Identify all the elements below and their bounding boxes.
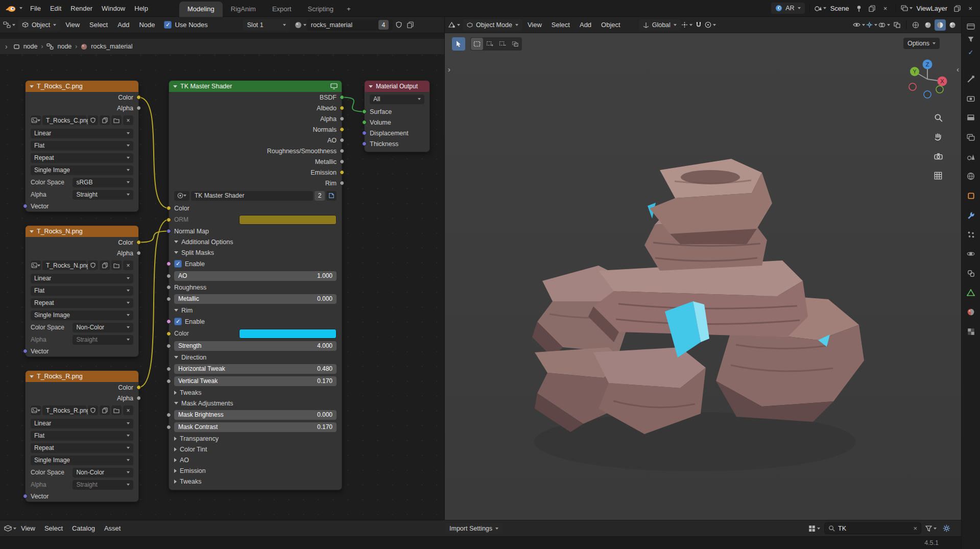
shader-type-select[interactable]: Object xyxy=(18,19,60,31)
projection-select[interactable]: Flat xyxy=(31,141,133,151)
new-image-button[interactable] xyxy=(100,260,110,270)
menu-object[interactable]: Object xyxy=(596,18,625,32)
camera-view-button[interactable] xyxy=(930,149,946,164)
breadcrumb-material[interactable]: rocks_material xyxy=(91,43,132,50)
section-tweaks-2[interactable]: Tweaks xyxy=(169,476,342,487)
vertical-tweak-socket[interactable] xyxy=(166,379,171,384)
new-view-layer-button[interactable] xyxy=(951,3,963,14)
filter-button[interactable] xyxy=(925,523,937,534)
perspective-toggle-button[interactable] xyxy=(930,168,946,183)
open-image-button[interactable] xyxy=(111,405,122,415)
enable-input-socket[interactable] xyxy=(166,261,171,266)
alpha-output-socket[interactable] xyxy=(340,116,344,121)
group-users-count[interactable]: 2 xyxy=(315,191,325,201)
collapse-icon[interactable] xyxy=(30,85,34,88)
color-output-socket[interactable] xyxy=(136,385,141,390)
overlays-button[interactable] xyxy=(878,19,890,31)
add-workspace-button[interactable]: + xyxy=(342,2,356,17)
rock-model[interactable] xyxy=(521,151,874,493)
new-image-button[interactable] xyxy=(100,115,110,125)
tab-particles[interactable] xyxy=(965,229,977,240)
fake-user-button[interactable] xyxy=(88,405,98,415)
rim-enable-input-socket[interactable] xyxy=(166,319,171,324)
tab-physics[interactable] xyxy=(965,248,977,259)
active-tool-button[interactable] xyxy=(452,37,465,51)
clear-search-button[interactable]: × xyxy=(913,524,917,532)
section-additional-options[interactable]: Additional Options xyxy=(169,236,342,247)
new-image-button[interactable] xyxy=(100,405,110,415)
tab-view-layer[interactable] xyxy=(965,132,977,143)
image-browse-button[interactable] xyxy=(31,260,41,270)
orm-swatch[interactable] xyxy=(239,215,337,225)
menu-view[interactable]: View xyxy=(523,18,546,32)
vector-input-socket[interactable] xyxy=(23,204,28,208)
tab-scene[interactable] xyxy=(965,151,977,162)
view-layer-name[interactable]: ViewLayer xyxy=(915,5,949,12)
ao-slider[interactable]: AO1.000 xyxy=(174,271,337,281)
editor-type-button[interactable] xyxy=(448,19,460,31)
tab-texture[interactable] xyxy=(965,326,977,337)
material-users-count[interactable]: 4 xyxy=(378,20,389,30)
visibility-button[interactable] xyxy=(853,19,865,31)
breadcrumb-nodetree[interactable]: node xyxy=(57,43,71,50)
image-name-field[interactable]: T_Rocks_C.png xyxy=(42,115,86,125)
outliner-visibility-button[interactable]: ✓ xyxy=(968,49,974,56)
section-mask-adjustments[interactable]: Mask Adjustments xyxy=(169,398,342,409)
tab-render[interactable] xyxy=(965,93,977,104)
image-texture-node[interactable]: T_Rocks_C.png Color Alpha T_Rocks_C.png … xyxy=(25,80,139,212)
bsdf-output-socket[interactable] xyxy=(340,95,344,100)
roughness-output-socket[interactable] xyxy=(340,149,344,153)
new-scene-button[interactable] xyxy=(867,3,878,14)
tab-world[interactable] xyxy=(965,171,977,182)
editor-menu-button[interactable] xyxy=(967,23,975,30)
interpolation-select[interactable]: Linear xyxy=(31,419,133,428)
tab-export[interactable]: Export xyxy=(264,2,300,17)
outliner-filter-button[interactable] xyxy=(967,36,974,42)
collapse-icon[interactable] xyxy=(30,375,34,378)
output-target-select[interactable]: All xyxy=(370,94,424,104)
select-mode-subtract-button[interactable] xyxy=(496,38,509,50)
menu-node[interactable]: Node xyxy=(134,18,159,32)
move-view-button[interactable] xyxy=(930,129,946,145)
menu-window[interactable]: Window xyxy=(97,2,130,15)
breadcrumb-object[interactable]: node xyxy=(23,43,38,50)
roughness-input-socket[interactable] xyxy=(166,285,171,290)
open-image-button[interactable] xyxy=(111,260,122,270)
interpolation-select[interactable]: Linear xyxy=(31,129,133,138)
tab-material[interactable] xyxy=(965,306,977,318)
mode-select[interactable]: Object Mode xyxy=(463,19,522,31)
mask-brightness-slider[interactable]: Mask Brightness0.000 xyxy=(174,410,337,420)
workspace-switch[interactable]: AR xyxy=(771,3,804,14)
scene-name[interactable]: Scene xyxy=(828,5,851,12)
orientation-gizmo[interactable]: Z Y X xyxy=(906,58,949,101)
fake-user-button[interactable] xyxy=(88,260,98,270)
section-transparency[interactable]: Transparency xyxy=(169,433,342,444)
color-space-select[interactable]: sRGB xyxy=(73,178,133,187)
section-emission[interactable]: Emission xyxy=(169,465,342,476)
use-nodes-toggle[interactable]: ✓ Use Nodes xyxy=(164,21,207,29)
normal-map-input-socket[interactable] xyxy=(166,229,171,233)
import-settings-select[interactable]: Import Settings xyxy=(445,523,503,534)
surface-input-socket[interactable] xyxy=(362,109,367,114)
enable-checkbox[interactable]: ✓ xyxy=(174,260,182,268)
snap-toggle[interactable] xyxy=(693,19,704,31)
tab-modeling[interactable]: Modeling xyxy=(179,2,223,17)
source-select[interactable]: Single Image xyxy=(31,456,133,465)
menu-render[interactable]: Render xyxy=(66,2,97,15)
pin-scene-button[interactable] xyxy=(853,3,865,14)
asset-search[interactable]: × xyxy=(824,522,921,534)
color-input-socket[interactable] xyxy=(166,206,171,210)
editor-type-button[interactable] xyxy=(4,523,16,534)
color-output-socket[interactable] xyxy=(136,95,141,100)
alpha-mode-select[interactable]: Straight xyxy=(73,480,133,490)
extension-select[interactable]: Repeat xyxy=(31,443,133,453)
mask-contrast-socket[interactable] xyxy=(166,425,171,429)
ao-output-socket[interactable] xyxy=(340,138,344,142)
sidebar-expander[interactable]: ‹ xyxy=(957,65,959,74)
group-node-tk-master-shader[interactable]: TK Master Shader BSDF Albedo Alpha Norma… xyxy=(169,80,342,490)
unlink-image-button[interactable]: × xyxy=(123,260,133,270)
section-tweaks[interactable]: Tweaks xyxy=(169,387,342,398)
menu-catalog[interactable]: Catalog xyxy=(67,522,100,535)
node-header[interactable]: Material Output xyxy=(365,81,429,92)
remove-view-layer-button[interactable]: × xyxy=(965,3,976,14)
